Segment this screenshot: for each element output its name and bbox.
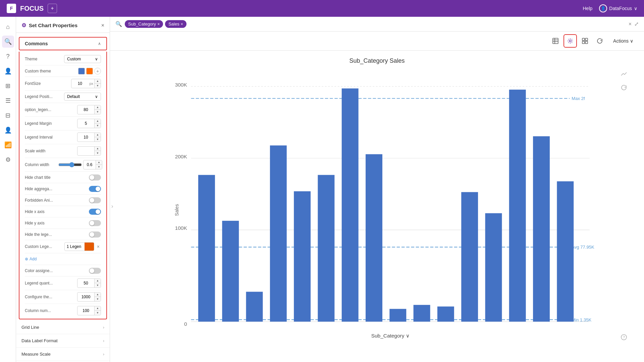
search-bar: 🔍 Sub_Category × Sales × × ⤢ bbox=[110, 17, 644, 32]
bar-phones[interactable] bbox=[509, 90, 526, 322]
hide-x-axis-toggle[interactable] bbox=[89, 209, 101, 215]
bar-bookcases[interactable] bbox=[294, 191, 311, 322]
bar-chairs[interactable] bbox=[318, 175, 334, 321]
option-legend-up-button[interactable]: ▲ bbox=[95, 105, 101, 110]
scale-width-down-button[interactable]: ▼ bbox=[95, 151, 101, 155]
color-swatch-blue[interactable] bbox=[78, 68, 85, 74]
sidebar-item-inbox[interactable]: ☰ bbox=[2, 95, 14, 107]
column-num-down-button[interactable]: ▼ bbox=[95, 311, 101, 315]
data-label-format-section[interactable]: Data Label Format › bbox=[16, 334, 110, 348]
legend-text-input[interactable] bbox=[65, 243, 83, 250]
hide-chart-title-toggle[interactable] bbox=[89, 174, 101, 180]
bar-supplies[interactable] bbox=[557, 181, 574, 321]
search-tag-subcategory-label: Sub_Category bbox=[128, 21, 156, 27]
option-legend-input[interactable] bbox=[77, 106, 94, 113]
panel-close-button[interactable]: × bbox=[101, 22, 104, 29]
bar-storage[interactable] bbox=[533, 136, 550, 322]
color-swatch-orange[interactable] bbox=[86, 68, 93, 74]
add-tab-button[interactable]: + bbox=[48, 4, 57, 13]
toolbar-settings-button[interactable] bbox=[564, 34, 577, 48]
column-num-input[interactable] bbox=[77, 307, 94, 314]
actions-button[interactable]: Actions ∨ bbox=[608, 36, 639, 46]
option-legend-down-button[interactable]: ▼ bbox=[95, 110, 101, 114]
help-link[interactable]: Help bbox=[583, 6, 593, 11]
sidebar-item-grid[interactable]: ⊟ bbox=[2, 109, 14, 121]
user-menu[interactable]: 👤 DataFocus ∨ bbox=[599, 4, 637, 12]
grid-line-section[interactable]: Grid Line › bbox=[16, 321, 110, 334]
add-legend-icon: ⊕ bbox=[25, 257, 28, 261]
commons-section-header[interactable]: Commons ∧ bbox=[19, 37, 107, 50]
fontsize-down-button[interactable]: ▼ bbox=[95, 84, 101, 88]
search-tag-sales-remove[interactable]: × bbox=[181, 22, 183, 27]
legend-quantity-down-button[interactable]: ▼ bbox=[95, 283, 101, 288]
sidebar-item-users[interactable]: 👤 bbox=[2, 65, 14, 77]
toolbar-table-view-button[interactable] bbox=[549, 34, 562, 48]
search-tag-subcategory[interactable]: Sub_Category × bbox=[125, 20, 163, 28]
legend-interval-down-button[interactable]: ▼ bbox=[95, 137, 101, 142]
configure-threshold-down-button[interactable]: ▼ bbox=[95, 297, 101, 301]
column-num-up-button[interactable]: ▲ bbox=[95, 306, 101, 311]
panel-collapse-arrow[interactable]: › bbox=[110, 202, 114, 211]
bar-accessories[interactable] bbox=[198, 175, 215, 321]
legend-margin-down-button[interactable]: ▼ bbox=[95, 123, 101, 128]
sidebar-item-help[interactable]: ? bbox=[2, 50, 14, 62]
sidebar-item-home[interactable]: ⌂ bbox=[2, 21, 14, 33]
legend-margin-input[interactable] bbox=[77, 120, 94, 127]
scale-width-input[interactable] bbox=[77, 148, 94, 154]
chart-title: Sub_Category Sales bbox=[123, 57, 631, 64]
search-tag-subcategory-remove[interactable]: × bbox=[157, 22, 160, 27]
forbidden-animation-toggle[interactable] bbox=[89, 197, 101, 203]
sidebar-item-signal[interactable]: 📶 bbox=[2, 139, 14, 151]
chart-refresh-icon[interactable] bbox=[621, 84, 627, 92]
legend-interval-up-button[interactable]: ▲ bbox=[95, 133, 101, 137]
hide-aggregation-toggle-wrap bbox=[89, 186, 101, 192]
hide-aggregation-toggle[interactable] bbox=[89, 186, 101, 192]
configure-threshold-input[interactable] bbox=[77, 294, 94, 300]
trend-line-icon[interactable] bbox=[621, 71, 627, 79]
add-legend-button[interactable]: ⊕ Add bbox=[25, 255, 37, 263]
bar-paper[interactable] bbox=[485, 213, 502, 322]
sidebar-item-search[interactable]: 🔍 bbox=[2, 36, 14, 48]
bar-envelopes[interactable] bbox=[366, 154, 382, 322]
scale-width-up-button[interactable]: ▲ bbox=[95, 147, 101, 151]
hide-y-axis-toggle[interactable] bbox=[89, 220, 101, 226]
add-color-button[interactable]: + bbox=[94, 68, 101, 74]
bar-machines[interactable] bbox=[461, 192, 478, 322]
hide-y-axis-control bbox=[58, 220, 101, 226]
legend-position-dropdown[interactable]: Default ∨ bbox=[64, 93, 101, 101]
configure-threshold-up-button[interactable]: ▲ bbox=[95, 293, 101, 297]
toolbar-grid-view-button[interactable] bbox=[578, 34, 592, 48]
hide-y-axis-label: Hide y axis bbox=[25, 221, 58, 225]
legend-interval-input[interactable] bbox=[77, 134, 94, 141]
search-clear-icon[interactable]: × bbox=[629, 21, 632, 27]
bar-appliances[interactable] bbox=[222, 221, 239, 322]
legend-quantity-up-button[interactable]: ▲ bbox=[95, 279, 101, 283]
help-circle-icon[interactable]: ? bbox=[621, 334, 627, 342]
color-assignment-toggle[interactable] bbox=[89, 268, 101, 274]
legend-margin-up-button[interactable]: ▲ bbox=[95, 119, 101, 123]
column-width-down-button[interactable]: ▼ bbox=[96, 165, 102, 169]
bar-furnishings[interactable] bbox=[414, 305, 430, 322]
fontsize-input[interactable] bbox=[71, 80, 88, 87]
bar-labels[interactable] bbox=[437, 307, 454, 322]
sidebar-item-person[interactable]: 👤 bbox=[2, 124, 14, 136]
toolbar-refresh-button[interactable] bbox=[593, 34, 606, 48]
bar-fasteners[interactable] bbox=[389, 309, 406, 322]
search-expand-icon[interactable]: ⤢ bbox=[634, 21, 639, 27]
column-width-input[interactable] bbox=[84, 161, 96, 168]
bar-binders[interactable] bbox=[270, 146, 287, 322]
hide-legend-toggle[interactable] bbox=[89, 231, 101, 238]
fontsize-up-button[interactable]: ▲ bbox=[95, 79, 101, 84]
column-width-slider[interactable] bbox=[58, 162, 82, 167]
column-width-up-button[interactable]: ▲ bbox=[96, 160, 102, 165]
measure-scale-section[interactable]: Measure Scale › bbox=[16, 348, 110, 361]
legend-quantity-input[interactable] bbox=[77, 280, 94, 287]
sidebar-item-settings[interactable]: ⚙ bbox=[2, 154, 14, 166]
search-tag-sales[interactable]: Sales × bbox=[165, 20, 186, 28]
legend-remove-button[interactable]: × bbox=[96, 244, 101, 249]
theme-dropdown[interactable]: Custom ∨ bbox=[64, 55, 101, 63]
bar-copiers[interactable] bbox=[342, 89, 359, 322]
sidebar-item-table[interactable]: ⊞ bbox=[2, 80, 14, 92]
legend-color-button[interactable] bbox=[85, 243, 94, 251]
bar-art[interactable] bbox=[246, 292, 263, 322]
